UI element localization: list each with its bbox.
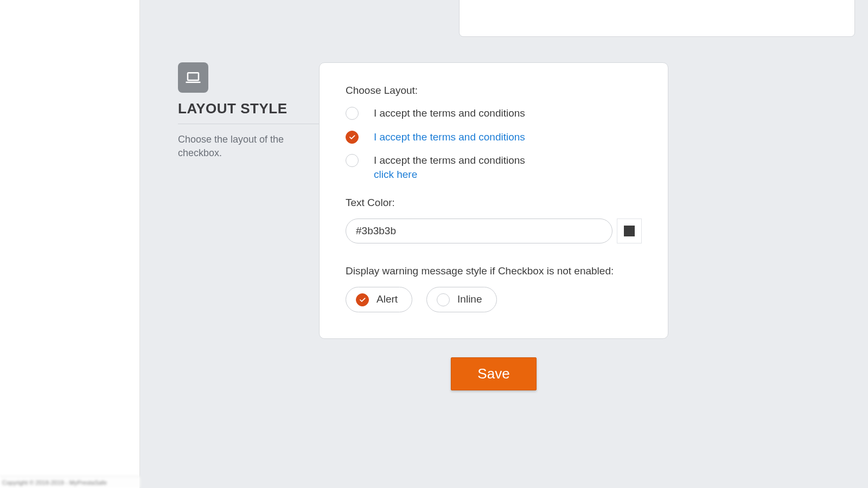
warning-option-inline[interactable]: Inline <box>426 287 496 312</box>
layout-style-card: Choose Layout: I accept the terms and co… <box>319 62 668 339</box>
main-content: LAYOUT STYLE Choose the layout of the ch… <box>140 0 868 488</box>
radio-icon-checked <box>356 293 369 306</box>
radio-icon <box>346 107 359 120</box>
save-button[interactable]: Save <box>451 357 536 390</box>
warning-option-alert[interactable]: Alert <box>346 287 412 312</box>
warning-option-inline-label: Inline <box>457 293 482 305</box>
section-title: LAYOUT STYLE <box>178 100 319 117</box>
choose-layout-label: Choose Layout: <box>346 85 642 97</box>
warning-option-alert-label: Alert <box>376 293 398 305</box>
radio-icon <box>437 293 450 306</box>
layout-option-3-link[interactable]: click here <box>374 169 417 180</box>
radio-icon-checked <box>346 131 359 144</box>
layout-option-2-text: I accept the terms and conditions <box>374 130 525 144</box>
footer-copyright: Copyright © 2018-2019 - MyPrestaSafe <box>0 476 140 488</box>
layout-option-3-text: I accept the terms and conditions click … <box>374 153 525 181</box>
text-color-input[interactable] <box>346 219 612 243</box>
layout-option-1-text: I accept the terms and conditions <box>374 106 525 120</box>
layout-option-3[interactable]: I accept the terms and conditions click … <box>346 153 642 181</box>
laptop-icon <box>178 62 208 93</box>
radio-icon <box>346 154 359 167</box>
layout-option-1[interactable]: I accept the terms and conditions <box>346 106 642 120</box>
warning-style-label: Display warning message style if Checkbo… <box>346 265 642 277</box>
svg-rect-0 <box>188 73 199 80</box>
section-divider <box>178 124 319 124</box>
previous-card-fragment <box>459 0 855 37</box>
color-swatch-button[interactable] <box>617 219 642 243</box>
text-color-label: Text Color: <box>346 197 642 209</box>
sidebar-blank <box>0 0 140 488</box>
color-swatch <box>624 226 635 236</box>
section-description: Choose the layout of the checkbox. <box>178 133 319 160</box>
section-header: LAYOUT STYLE Choose the layout of the ch… <box>178 62 319 160</box>
layout-option-3-main: I accept the terms and conditions <box>374 155 525 166</box>
layout-option-2[interactable]: I accept the terms and conditions <box>346 130 642 144</box>
